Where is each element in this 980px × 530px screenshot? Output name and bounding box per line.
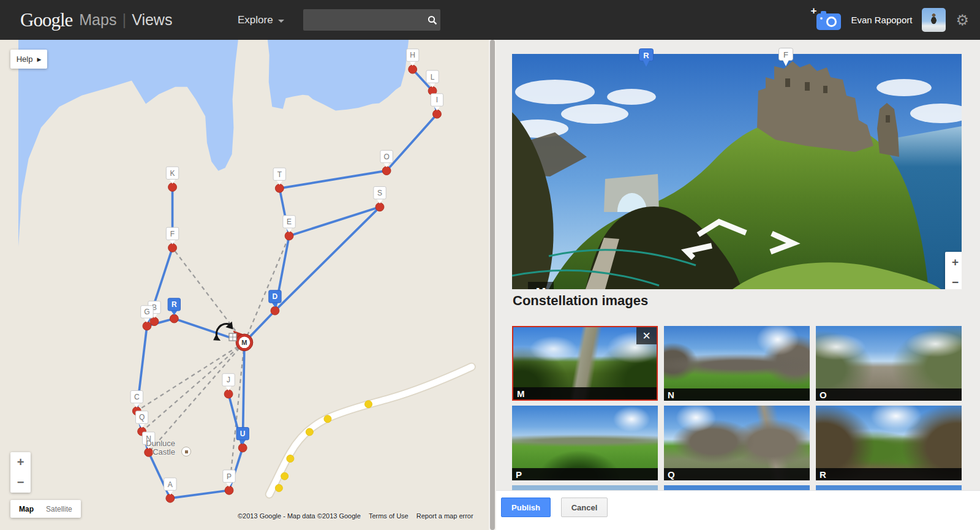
thumbnail-label: N [668,390,674,400]
water-area [268,40,409,111]
pano-marker-R[interactable]: R [638,48,654,69]
panorama-viewer[interactable]: M + − [512,54,962,289]
map-marker-J[interactable]: J [222,374,235,391]
pano-zoom-control: + − [945,252,962,289]
maps-label: Maps [79,11,116,29]
map-marker-S[interactable]: S [374,187,386,204]
svg-text:I: I [436,96,438,104]
photo-dot-P[interactable] [225,486,233,494]
chevron-down-icon [278,20,284,23]
move-handle-icon[interactable] [229,333,236,341]
plus-icon: + [810,5,816,17]
map-marker-R[interactable]: R [168,298,180,316]
avatar[interactable] [922,8,946,32]
thumbnail-N[interactable]: N [664,326,810,401]
panel-scrollbar[interactable] [489,40,496,530]
thumbnail-R[interactable]: R [816,406,962,480]
unplaced-photo-dot[interactable] [365,401,372,408]
road-casing [270,367,472,494]
thumbnail-label-band: N [664,388,810,401]
terms-link[interactable]: Terms of Use [369,512,409,520]
cancel-button[interactable]: Cancel [561,498,608,517]
thumbnail-label-band: Q [664,468,810,480]
thumbnail-partial[interactable] [512,485,658,490]
photo-dot-G[interactable] [143,322,151,330]
connection-line [386,114,437,170]
water-area [18,40,238,247]
pano-marker-F[interactable]: F [778,47,794,68]
scrollbar-thumb[interactable] [490,40,495,530]
photo-dot-I[interactable] [433,110,442,118]
photo-dot-E[interactable] [285,232,293,240]
thumbnail-label-band: R [816,468,962,480]
constellation-heading: Constellation images [513,293,648,309]
map-marker-I[interactable]: I [431,94,443,111]
photo-dot-D[interactable] [271,306,279,315]
map-marker-U[interactable]: U [236,428,249,445]
action-footer: Publish Cancel [496,490,980,530]
photo-dot-S[interactable] [375,203,384,211]
connection-line [279,171,386,189]
photo-dot-U[interactable] [238,444,247,452]
photo-dot-H[interactable] [409,65,417,74]
report-error-link[interactable]: Report a map error [417,512,473,520]
svg-text:F: F [170,230,175,238]
add-photosphere-camera-icon[interactable]: + [816,13,841,30]
zoom-out-button[interactable]: − [10,472,31,493]
thumbnail-M[interactable]: M✕ [512,326,658,401]
map-marker-Q[interactable]: Q [135,411,148,428]
explore-menu[interactable]: Explore [238,0,284,40]
photo-dot-O[interactable] [382,167,391,175]
photo-dot-J[interactable] [224,390,233,398]
help-button[interactable]: Help ▶ [10,50,47,69]
constellation-panel: M + − R F Constellation images M✕NOPQR [496,40,980,530]
user-name: Evan Rapoport [851,15,912,25]
map-marker-D[interactable]: D [269,290,281,308]
unplaced-photo-dot[interactable] [275,485,282,492]
publish-button[interactable]: Publish [501,498,551,517]
thumbnail-partial[interactable] [816,485,962,490]
map-type-map-button[interactable]: Map [13,505,40,513]
photo-dot-F[interactable] [168,243,177,252]
google-maps-views-logo[interactable]: Google Maps | Views [20,0,172,40]
map-canvas[interactable]: HLIOKTSEFBGRDJCQNUPAM Dunluce Castle Hel… [0,40,489,530]
thumbnail-grid: M✕NOPQR [512,326,962,490]
photo-dot-K[interactable] [168,183,177,192]
photo-dot-T[interactable] [275,184,284,192]
svg-text:T: T [277,170,282,179]
unplaced-photo-dot[interactable] [324,415,331,423]
map-marker-H[interactable]: H [407,49,419,66]
thumbnail-Q[interactable]: Q [664,406,810,480]
map-marker-K[interactable]: K [166,167,178,184]
unplaced-photo-dot[interactable] [306,428,313,436]
map-type-satellite-button[interactable]: Satellite [40,505,78,513]
photo-dot-B[interactable] [150,317,159,326]
camera-lens-icon [826,17,837,27]
map-type-control: Map Satellite [10,500,81,518]
photo-dot-A[interactable] [166,494,175,502]
thumbnail-photo [664,485,810,490]
thumbnail-P[interactable]: P [512,406,658,480]
thumbnail-photo [512,485,658,490]
map-marker-P[interactable]: P [223,470,235,487]
unplaced-photo-dot[interactable] [287,455,294,462]
thumbnail-partial[interactable] [664,485,810,490]
search-icon[interactable] [424,9,440,31]
road [270,367,472,494]
poi-castle-icon[interactable] [181,447,191,456]
unplaced-photo-dot[interactable] [281,472,288,480]
pano-zoom-in-button[interactable]: + [945,252,962,273]
map-marker-T[interactable]: T [273,168,285,185]
gear-icon[interactable]: ⚙ [956,13,969,28]
close-icon[interactable]: ✕ [636,327,657,344]
map-marker-A[interactable]: A [164,478,176,495]
map-marker-F[interactable]: F [166,227,178,244]
search-input[interactable] [303,9,424,31]
svg-text:C: C [134,393,140,401]
map-marker-E[interactable]: E [283,216,295,233]
photo-dot-R[interactable] [170,314,178,323]
zoom-in-button[interactable]: + [10,452,31,472]
map-marker-C[interactable]: C [130,390,143,407]
pano-zoom-out-button[interactable]: − [945,273,962,290]
thumbnail-O[interactable]: O [816,326,962,401]
